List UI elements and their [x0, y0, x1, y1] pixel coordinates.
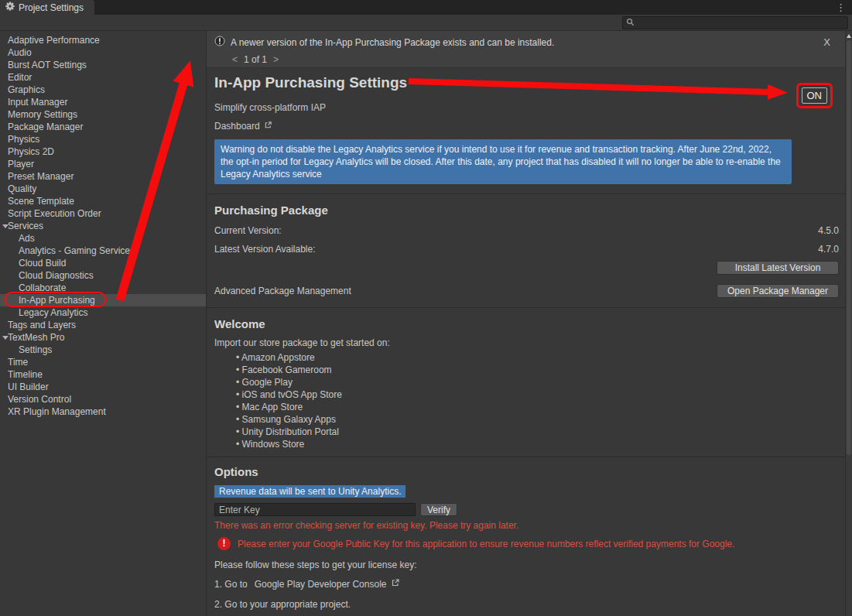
google-key-input[interactable] — [214, 503, 416, 516]
sidebar-item[interactable]: Analytics - Gaming Services — [0, 245, 206, 257]
prev-notification-icon[interactable]: < — [232, 54, 238, 65]
scrollbar-thumb[interactable] — [847, 40, 851, 455]
sidebar-item-label: Input Manager — [8, 97, 67, 108]
sidebar-item[interactable]: Physics — [0, 133, 206, 145]
sidebar-item-label: Audio — [8, 47, 32, 58]
sidebar-item[interactable]: Settings — [0, 344, 206, 356]
store-list: Amazon AppstoreFacebook GameroomGoogle P… — [236, 351, 845, 450]
sidebar-item[interactable]: Services — [0, 220, 206, 232]
sidebar-item[interactable]: Time — [0, 356, 206, 368]
update-notification-banner: A newer version of the In-App Purchasing… — [207, 31, 845, 68]
sidebar-item-label: Timeline — [8, 369, 43, 380]
sidebar-item-label: Quality — [8, 183, 36, 194]
advanced-package-management-row: Advanced Package Management Open Package… — [207, 284, 845, 298]
sidebar-item-label: Player — [8, 159, 34, 169]
sidebar-item[interactable]: Version Control — [0, 393, 206, 406]
sidebar-item-label: Package Manager — [8, 121, 83, 132]
search-box[interactable] — [622, 16, 848, 29]
sidebar-item[interactable]: Audio — [0, 46, 206, 59]
store-list-item: Amazon Appstore — [236, 351, 845, 364]
google-key-error-text: Please enter your Google Public Key for … — [238, 539, 734, 549]
sidebar-item[interactable]: Player — [0, 158, 206, 170]
sidebar-item-label: Services — [8, 221, 43, 231]
section-divider — [207, 307, 845, 308]
sidebar-item[interactable]: Preset Manager — [0, 170, 206, 183]
sidebar-item[interactable]: Tags and Layers — [0, 319, 206, 331]
sidebar-item[interactable]: XR Plugin Management — [0, 406, 206, 418]
sidebar-item[interactable]: Script Execution Order — [0, 207, 206, 220]
sidebar-item-label: Editor — [8, 72, 32, 83]
dashboard-link[interactable]: Dashboard — [214, 121, 272, 132]
sidebar-item[interactable]: Memory Settings — [0, 108, 206, 121]
sidebar-item-label: Collaborate — [19, 282, 66, 293]
foldout-arrow-icon[interactable] — [2, 336, 9, 340]
sidebar-item[interactable]: Physics 2D — [0, 145, 206, 158]
sidebar-item-label: Ads — [19, 233, 35, 244]
current-version-value: 4.5.0 — [818, 225, 839, 236]
search-input[interactable] — [638, 18, 844, 29]
welcome-heading: Welcome — [214, 317, 845, 331]
sidebar-item-label: UI Builder — [8, 382, 49, 392]
verify-button[interactable]: Verify — [420, 503, 457, 516]
tab-title: Project Settings — [19, 2, 84, 13]
gear-icon — [5, 2, 15, 13]
sidebar-item-label: Script Execution Order — [8, 208, 101, 219]
vertical-scrollbar[interactable] — [845, 31, 852, 616]
current-version-label: Current Version: — [214, 225, 282, 236]
kebab-menu-icon[interactable]: ⋮ — [832, 0, 850, 15]
open-package-manager-button[interactable]: Open Package Manager — [717, 284, 839, 298]
sidebar-item-label: In-App Purchasing — [19, 295, 95, 306]
dashboard-link-label: Dashboard — [214, 121, 260, 132]
external-link-icon — [391, 578, 400, 590]
sidebar-item-label: Settings — [19, 344, 52, 355]
latest-version-label: Latest Version Available: — [214, 244, 316, 255]
install-latest-version-button[interactable]: Install Latest Version — [717, 261, 839, 275]
sidebar-item-label: Preset Manager — [8, 171, 74, 182]
section-divider — [207, 457, 845, 457]
scroll-up-icon[interactable] — [847, 34, 851, 38]
store-list-item: Windows Store — [236, 438, 845, 450]
sidebar-item[interactable]: Timeline — [0, 368, 206, 381]
notification-count: 1 of 1 — [244, 54, 267, 65]
sidebar-item-label: Cloud Build — [19, 258, 66, 269]
foldout-arrow-icon[interactable] — [2, 224, 9, 228]
notification-message: A newer version of the In-App Purchasing… — [231, 37, 818, 48]
sidebar-item[interactable]: Burst AOT Settings — [0, 59, 206, 71]
sidebar-item-label: Adaptive Performance — [8, 35, 100, 46]
google-play-console-link[interactable]: Google Play Developer Console — [255, 579, 387, 590]
revenue-analytics-note: Revenue data will be sent to Unity Analy… — [214, 485, 405, 498]
notification-pagination: < 1 of 1 > — [232, 54, 845, 65]
sidebar-item[interactable]: Adaptive Performance — [0, 34, 206, 46]
sidebar-item[interactable]: Cloud Diagnostics — [0, 269, 206, 282]
next-notification-icon[interactable]: > — [273, 54, 279, 65]
tab-project-settings[interactable]: Project Settings — [0, 0, 94, 15]
sidebar-item[interactable]: Editor — [0, 71, 206, 84]
current-version-row: Current Version: 4.5.0 — [207, 225, 845, 236]
sidebar-item[interactable]: Collaborate — [0, 282, 206, 294]
sidebar-item[interactable]: In-App Purchasing — [0, 294, 206, 306]
latest-version-row: Latest Version Available: 4.7.0 — [207, 244, 845, 255]
sidebar-item-label: Graphics — [8, 84, 45, 95]
window-titlebar: Project Settings ⋮ — [0, 0, 852, 15]
sidebar-item[interactable]: UI Builder — [0, 381, 206, 393]
section-divider — [207, 193, 845, 194]
sidebar-item[interactable]: Input Manager — [0, 96, 206, 108]
sidebar-item-label: Legacy Analytics — [19, 307, 87, 318]
sidebar-item[interactable]: Package Manager — [0, 121, 206, 133]
license-steps-intro: Please follow these steps to get your li… — [214, 560, 845, 570]
sidebar-item[interactable]: Graphics — [0, 84, 206, 96]
store-list-item: Unity Distribution Portal — [236, 426, 845, 438]
sidebar-item[interactable]: Legacy Analytics — [0, 306, 206, 319]
service-toggle-on-button[interactable]: ON — [802, 87, 828, 104]
sidebar-item[interactable]: Quality — [0, 183, 206, 195]
welcome-intro: Import our store package to get started … — [214, 337, 845, 348]
sidebar-item[interactable]: TextMesh Pro — [0, 331, 206, 344]
settings-content: A newer version of the In-App Purchasing… — [207, 31, 845, 616]
sidebar-item[interactable]: Scene Template — [0, 195, 206, 207]
sidebar-item[interactable]: Cloud Build — [0, 257, 206, 269]
settings-sidebar: Adaptive Performance Audio Burst AOT Set… — [0, 31, 207, 616]
close-icon[interactable]: X — [823, 36, 830, 48]
sidebar-item[interactable]: Ads — [0, 232, 206, 245]
search-icon — [626, 18, 635, 29]
toolbar — [0, 15, 852, 31]
